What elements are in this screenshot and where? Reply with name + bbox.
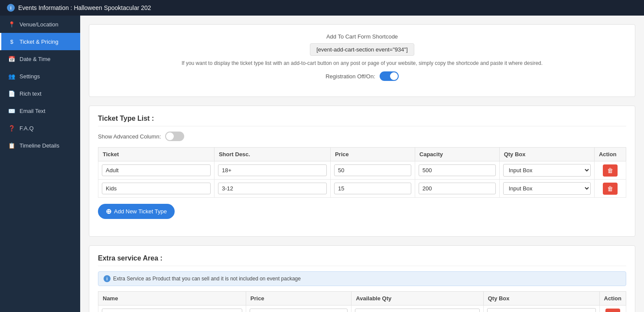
page-title: Events Information : Halloween Spooktacu… <box>18 4 151 11</box>
sidebar-label-email-text: Email Text <box>20 108 46 114</box>
sidebar-item-ticket-pricing[interactable]: $ Ticket & Pricing <box>0 33 80 50</box>
ticket-delete-0[interactable]: 🗑 <box>603 164 618 177</box>
ticket-cell-capacity-1 <box>415 180 499 198</box>
add-ticket-label: Add New Ticket Type <box>114 208 167 215</box>
ticket-col-short-desc.: Short Desc. <box>214 148 330 161</box>
extra-price-input-0[interactable] <box>250 309 348 312</box>
sidebar-label-date-time: Date & Time <box>20 56 51 62</box>
shortcode-hint: If you want to display the ticket type l… <box>98 60 626 66</box>
ticket-header-row: TicketShort Desc.PriceCapacityQty BoxAct… <box>98 148 626 161</box>
shortcode-card: Add To Cart Form Shortcode [event-add-ca… <box>89 24 635 97</box>
ticket-type-card: Ticket Type List : Show Advanced Column:… <box>89 106 635 237</box>
ticket-col-ticket: Ticket <box>98 148 215 161</box>
add-plus-icon: ⊕ <box>106 207 111 216</box>
sidebar-label-settings: Settings <box>20 73 40 80</box>
ticket-list-title: Ticket Type List : <box>98 115 626 126</box>
ticket-qty-select-0[interactable]: Input BoxDropdownStepper <box>503 164 591 177</box>
ticket-price-input-1[interactable] <box>334 183 411 194</box>
ticket-desc-input-0[interactable] <box>218 164 327 176</box>
sidebar-icon-rich-text: 📄 <box>8 90 15 97</box>
sidebar-label-venue-location: Venue/Location <box>20 21 59 28</box>
extra-cell-name-0 <box>98 306 246 312</box>
ticket-cell-desc-1 <box>214 180 330 198</box>
ticket-row-1: Input BoxDropdownStepper 🗑 <box>98 180 626 198</box>
ticket-table-body: Input BoxDropdownStepper 🗑 Input BoxDrop… <box>98 161 626 198</box>
ticket-col-action: Action <box>594 148 626 161</box>
extra-cell-qtybox-0: Input BoxDropdownStepper <box>483 306 599 312</box>
top-bar: i Events Information : Halloween Spookta… <box>0 0 644 16</box>
notice-text: Extra Service as Product that you can se… <box>113 276 301 282</box>
sidebar-item-email-text[interactable]: ✉️ Email Text <box>0 102 80 119</box>
extra-row-0: Input BoxDropdownStepper 🗑 <box>98 306 626 312</box>
extra-col-name: Name <box>98 292 246 306</box>
ticket-cell-qty-1: Input BoxDropdownStepper <box>499 180 594 198</box>
ticket-qty-select-1[interactable]: Input BoxDropdownStepper <box>503 182 591 195</box>
sidebar-item-timeline-details[interactable]: 📋 Timeline Details <box>0 137 80 154</box>
ticket-price-input-0[interactable] <box>334 164 411 176</box>
extra-service-table: NamePriceAvailable QtyQty BoxAction Inpu… <box>98 291 626 312</box>
ticket-input-0[interactable] <box>102 164 211 176</box>
ticket-col-qty-box: Qty Box <box>499 148 594 161</box>
ticket-cell-action-0: 🗑 <box>594 161 626 180</box>
ticket-cell-capacity-0 <box>415 161 499 180</box>
ticket-cell-ticket-1 <box>98 180 215 198</box>
main-content: Add To Cart Form Shortcode [event-add-ca… <box>80 16 644 312</box>
ticket-col-capacity: Capacity <box>415 148 499 161</box>
sidebar: 📍 Venue/Location $ Ticket & Pricing 📅 Da… <box>0 16 80 312</box>
ticket-row-0: Input BoxDropdownStepper 🗑 <box>98 161 626 180</box>
registration-toggle[interactable] <box>380 71 399 81</box>
sidebar-item-faq[interactable]: ❓ F.A.Q <box>0 119 80 137</box>
registration-label: Registration Off/On: <box>325 73 375 80</box>
extra-col-qty-box: Qty Box <box>483 292 599 306</box>
extra-name-input-0[interactable] <box>102 309 242 312</box>
extra-header-row: NamePriceAvailable QtyQty BoxAction <box>98 292 626 306</box>
ticket-cell-qty-0: Input BoxDropdownStepper <box>499 161 594 180</box>
ticket-table: TicketShort Desc.PriceCapacityQty BoxAct… <box>98 147 626 198</box>
sidebar-item-date-time[interactable]: 📅 Date & Time <box>0 50 80 68</box>
ticket-desc-input-1[interactable] <box>218 183 327 194</box>
info-icon: i <box>7 4 15 12</box>
ticket-capacity-input-1[interactable] <box>419 183 496 194</box>
registration-row: Registration Off/On: <box>98 71 626 81</box>
ticket-cell-price-1 <box>330 180 415 198</box>
extra-qty-select-0[interactable]: Input BoxDropdownStepper <box>487 308 596 312</box>
extra-table-header: NamePriceAvailable QtyQty BoxAction <box>98 292 626 306</box>
sidebar-label-faq: F.A.Q <box>20 125 34 132</box>
ticket-delete-1[interactable]: 🗑 <box>603 183 618 195</box>
extra-cell-action-0: 🗑 <box>599 306 626 312</box>
notice-icon: i <box>104 275 111 282</box>
sidebar-icon-email-text: ✉️ <box>8 107 15 114</box>
sidebar-item-settings[interactable]: 👥 Settings <box>0 68 80 85</box>
sidebar-label-rich-text: Rich text <box>20 90 42 97</box>
extra-col-available-qty: Available Qty <box>351 292 483 306</box>
sidebar-icon-ticket-pricing: $ <box>8 38 15 45</box>
sidebar-item-venue-location[interactable]: 📍 Venue/Location <box>0 16 80 33</box>
shortcode-box[interactable]: [event-add-cart-section event="934"] <box>310 43 414 56</box>
sidebar-icon-date-time: 📅 <box>8 55 15 62</box>
extra-avail-input-0[interactable] <box>355 309 479 312</box>
show-advanced-label: Show Advanced Column: <box>98 133 161 140</box>
ticket-input-1[interactable] <box>102 183 211 194</box>
shortcode-label: Add To Cart Form Shortcode <box>98 33 626 40</box>
sidebar-icon-venue-location: 📍 <box>8 21 15 28</box>
ticket-cell-price-0 <box>330 161 415 180</box>
sidebar-item-rich-text[interactable]: 📄 Rich text <box>0 85 80 102</box>
sidebar-icon-faq: ❓ <box>8 125 15 132</box>
add-ticket-type-button[interactable]: ⊕ Add New Ticket Type <box>98 204 175 219</box>
extra-service-title: Extra service Area : <box>98 254 626 266</box>
extra-service-notice: i Extra Service as Product that you can … <box>98 271 626 286</box>
extra-table-body: Input BoxDropdownStepper 🗑 Input BoxDrop… <box>98 306 626 312</box>
extra-service-card: Extra service Area : i Extra Service as … <box>89 245 635 312</box>
sidebar-label-timeline-details: Timeline Details <box>20 142 59 149</box>
shortcode-section: Add To Cart Form Shortcode [event-add-ca… <box>98 33 626 81</box>
show-advanced-toggle[interactable] <box>165 132 184 141</box>
ticket-cell-action-1: 🗑 <box>594 180 626 198</box>
show-advanced-row: Show Advanced Column: <box>98 132 626 141</box>
ticket-cell-ticket-0 <box>98 161 215 180</box>
extra-delete-0[interactable]: 🗑 <box>605 309 620 312</box>
ticket-table-header: TicketShort Desc.PriceCapacityQty BoxAct… <box>98 148 626 161</box>
ticket-capacity-input-0[interactable] <box>419 164 496 176</box>
ticket-cell-desc-0 <box>214 161 330 180</box>
sidebar-icon-settings: 👥 <box>8 73 15 80</box>
sidebar-label-ticket-pricing: Ticket & Pricing <box>20 39 59 45</box>
